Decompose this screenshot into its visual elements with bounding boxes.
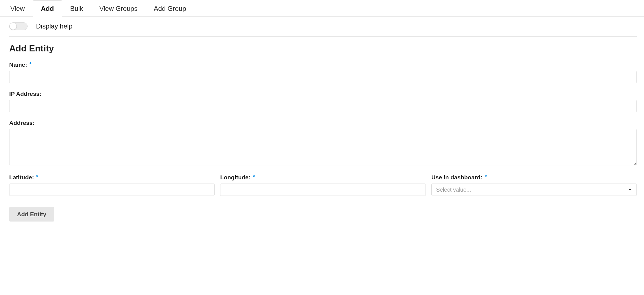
page-root: View Add Bulk View Groups Add Group Disp… bbox=[0, 0, 644, 295]
longitude-label-text: Longitude: bbox=[220, 174, 250, 180]
latitude-label-text: Latitude: bbox=[9, 174, 34, 180]
ip-address-label-text: IP Address: bbox=[9, 91, 42, 97]
ip-address-input[interactable] bbox=[9, 100, 637, 112]
lat-lng-dashboard-row: Latitude: * Longitude: * Use in dashboar… bbox=[9, 174, 637, 196]
form-group-address: Address: bbox=[9, 120, 637, 167]
use-in-dashboard-label: Use in dashboard: * bbox=[431, 174, 637, 181]
tab-add-group[interactable]: Add Group bbox=[146, 0, 194, 17]
tabs-bar: View Add Bulk View Groups Add Group bbox=[0, 0, 644, 17]
ip-address-label: IP Address: bbox=[9, 91, 637, 97]
required-marker: * bbox=[253, 174, 255, 180]
tab-view-groups[interactable]: View Groups bbox=[91, 0, 146, 17]
longitude-input[interactable] bbox=[220, 184, 426, 196]
latitude-input[interactable] bbox=[9, 184, 215, 196]
required-marker: * bbox=[485, 174, 487, 180]
form-group-name: Name: * bbox=[9, 61, 637, 83]
page-title: Add Entity bbox=[9, 43, 637, 54]
name-label: Name: * bbox=[9, 61, 637, 68]
help-row: Display help bbox=[9, 22, 637, 37]
address-label-text: Address: bbox=[9, 120, 35, 126]
tab-bulk[interactable]: Bulk bbox=[62, 0, 91, 17]
use-in-dashboard-select[interactable]: Select value... bbox=[431, 184, 637, 196]
use-in-dashboard-placeholder: Select value... bbox=[436, 187, 471, 193]
tab-add[interactable]: Add bbox=[33, 0, 62, 17]
address-label: Address: bbox=[9, 120, 637, 126]
use-in-dashboard-select-wrap: Select value... bbox=[431, 184, 637, 196]
form-group-use-in-dashboard: Use in dashboard: * Select value... bbox=[431, 174, 637, 196]
latitude-label: Latitude: * bbox=[9, 174, 215, 181]
use-in-dashboard-label-text: Use in dashboard: bbox=[431, 174, 482, 180]
tab-view[interactable]: View bbox=[2, 0, 33, 17]
form-group-longitude: Longitude: * bbox=[220, 174, 426, 196]
required-marker: * bbox=[29, 61, 32, 67]
form-group-latitude: Latitude: * bbox=[9, 174, 215, 196]
required-marker: * bbox=[36, 174, 39, 180]
address-textarea[interactable] bbox=[9, 129, 637, 165]
form-group-ip-address: IP Address: bbox=[9, 91, 637, 112]
longitude-label: Longitude: * bbox=[220, 174, 426, 181]
name-label-text: Name: bbox=[9, 61, 27, 68]
add-entity-button[interactable]: Add Entity bbox=[9, 207, 54, 222]
display-help-toggle[interactable] bbox=[9, 22, 28, 30]
content-panel: Display help Add Entity Name: * IP Addre… bbox=[2, 17, 644, 230]
display-help-label: Display help bbox=[36, 22, 73, 30]
name-input[interactable] bbox=[9, 71, 637, 83]
toggle-knob bbox=[9, 23, 17, 30]
